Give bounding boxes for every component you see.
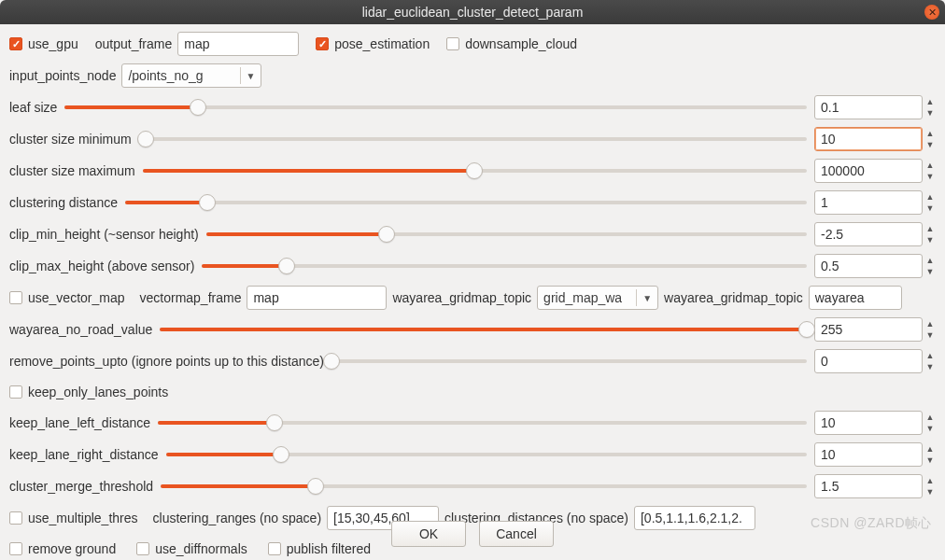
input-remove_points_upto[interactable]	[814, 349, 923, 373]
input-clip_max_height[interactable]	[814, 254, 923, 278]
slider-clip_max_height[interactable]	[202, 257, 807, 275]
ok-button[interactable]: OK	[391, 521, 466, 547]
step-up-icon[interactable]: ▲	[924, 412, 936, 423]
dialog-footer: OK Cancel	[0, 521, 945, 547]
slider-leaf_size[interactable]	[64, 98, 807, 117]
input-keep_lane_right_distance[interactable]	[814, 442, 923, 467]
step-down-icon[interactable]: ▼	[924, 455, 936, 466]
label-pose-estimation: pose_estimation	[334, 36, 430, 51]
slider-remove_points_upto[interactable]	[331, 352, 807, 371]
step-up-icon[interactable]: ▲	[924, 255, 936, 266]
checkbox-use-gpu[interactable]	[9, 37, 22, 50]
step-up-icon[interactable]: ▲	[924, 475, 936, 486]
input-vectormap-frame[interactable]	[247, 286, 387, 310]
label-vectormap-frame: vectormap_frame	[140, 290, 242, 305]
input-clip_min_height[interactable]	[814, 222, 923, 246]
label-use-gpu: use_gpu	[28, 36, 78, 51]
spinbox-wayarea_no_road_value: ▲ ▼	[814, 317, 936, 342]
label-remove_points_upto: remove_points_upto (ignore points up to …	[9, 354, 324, 369]
slider-row-leaf_size: leaf size ▲ ▼	[9, 95, 936, 119]
dropdown-wayarea-gridmap-topic[interactable]: grid_map_wa ▼	[537, 286, 658, 310]
slider-row-wayarea_no_road_value: wayarea_no_road_value ▲ ▼	[9, 317, 936, 342]
step-up-icon[interactable]: ▲	[924, 443, 936, 455]
step-up-icon[interactable]: ▲	[924, 191, 936, 203]
step-up-icon[interactable]: ▲	[924, 318, 936, 329]
step-down-icon[interactable]: ▼	[924, 486, 936, 497]
checkbox-keep-only-lanes[interactable]	[9, 385, 22, 399]
slider-cluster_merge_threshold[interactable]	[161, 477, 807, 496]
label-clip_max_height: clip_max_height (above sensor)	[9, 259, 194, 273]
slider-keep_lane_right_distance[interactable]	[166, 445, 807, 464]
input-clustering_distance[interactable]	[814, 190, 923, 215]
input-cluster_size_minimum[interactable]	[814, 127, 923, 151]
spinbox-remove_points_upto: ▲ ▼	[814, 349, 936, 373]
slider-row-clustering_distance: clustering distance ▲ ▼	[9, 190, 936, 215]
slider-cluster_size_maximum[interactable]	[143, 161, 807, 180]
row-input-points: input_points_node /points_no_g ▼	[9, 63, 936, 88]
input-wayarea-gridmap-topic2[interactable]	[809, 286, 902, 310]
chevron-down-icon[interactable]: ▼	[637, 293, 657, 303]
spinbox-clip_max_height: ▲ ▼	[814, 254, 936, 278]
input-wayarea_no_road_value[interactable]	[814, 317, 923, 342]
slider-clustering_distance[interactable]	[125, 193, 807, 212]
label-wayarea-gridmap-topic2: wayarea_gridmap_topic	[664, 290, 803, 305]
step-up-icon[interactable]: ▲	[924, 350, 936, 361]
spinbox-cluster_size_minimum: ▲ ▼	[814, 127, 936, 151]
label-wayarea_no_road_value: wayarea_no_road_value	[9, 322, 152, 337]
dd-text: /points_no_g	[122, 66, 239, 85]
step-up-icon[interactable]: ▲	[924, 128, 936, 139]
step-down-icon[interactable]: ▼	[924, 139, 936, 150]
input-cluster_size_maximum[interactable]	[814, 159, 923, 183]
label-use-vector-map: use_vector_map	[28, 290, 125, 305]
spinbox-leaf_size: ▲ ▼	[814, 95, 936, 119]
row-vector-map: use_vector_map vectormap_frame wayarea_g…	[9, 286, 936, 310]
spinbox-cluster_merge_threshold: ▲ ▼	[814, 474, 936, 498]
slider-keep_lane_left_distance[interactable]	[158, 413, 807, 432]
close-icon[interactable]: ✕	[924, 5, 939, 20]
input-leaf_size[interactable]	[814, 95, 923, 119]
slider-cluster_size_minimum[interactable]	[139, 130, 807, 148]
label-input-points-node: input_points_node	[9, 68, 116, 83]
slider-clip_min_height[interactable]	[206, 225, 807, 244]
step-up-icon[interactable]: ▲	[924, 160, 936, 171]
input-cluster_merge_threshold[interactable]	[814, 474, 923, 498]
step-up-icon[interactable]: ▲	[924, 96, 936, 107]
input-keep_lane_left_distance[interactable]	[814, 411, 923, 435]
label-keep_lane_left_distance: keep_lane_left_distance	[9, 415, 150, 430]
checkbox-downsample-cloud[interactable]	[446, 37, 459, 50]
step-down-icon[interactable]: ▼	[924, 107, 936, 119]
dialog-content: use_gpu output_frame pose_estimation dow…	[0, 24, 945, 560]
spinbox-keep_lane_left_distance: ▲ ▼	[814, 411, 936, 435]
slider-row-cluster_size_minimum: cluster size minimum ▲ ▼	[9, 127, 936, 151]
dropdown-input-points-node[interactable]: /points_no_g ▼	[121, 63, 261, 88]
label-output-frame: output_frame	[95, 36, 173, 51]
checkbox-pose-estimation[interactable]	[316, 37, 329, 50]
label-cluster_merge_threshold: cluster_merge_threshold	[9, 479, 153, 494]
label-clip_min_height: clip_min_height (~sensor height)	[9, 227, 199, 242]
chevron-down-icon[interactable]: ▼	[241, 71, 261, 81]
window-title: lidar_euclidean_cluster_detect_param	[362, 5, 584, 20]
label-keep_lane_right_distance: keep_lane_right_distance	[9, 447, 159, 462]
step-down-icon[interactable]: ▼	[924, 329, 936, 341]
step-down-icon[interactable]: ▼	[924, 171, 936, 182]
spinbox-clustering_distance: ▲ ▼	[814, 190, 936, 215]
cancel-button[interactable]: Cancel	[479, 521, 554, 547]
slider-row-keep_lane_right_distance: keep_lane_right_distance ▲ ▼	[9, 442, 936, 467]
label-downsample-cloud: downsample_cloud	[465, 36, 577, 51]
label-clustering_distance: clustering distance	[9, 195, 118, 210]
label-cluster_size_minimum: cluster size minimum	[9, 132, 132, 147]
step-down-icon[interactable]: ▼	[924, 423, 936, 434]
checkbox-use-vector-map[interactable]	[9, 291, 22, 304]
input-output-frame[interactable]	[177, 32, 299, 56]
spinbox-keep_lane_right_distance: ▲ ▼	[814, 442, 936, 467]
slider-wayarea_no_road_value[interactable]	[160, 320, 807, 339]
step-up-icon[interactable]: ▲	[924, 223, 936, 234]
step-down-icon[interactable]: ▼	[924, 266, 936, 277]
step-down-icon[interactable]: ▼	[924, 234, 936, 245]
step-down-icon[interactable]: ▼	[924, 361, 936, 372]
titlebar: lidar_euclidean_cluster_detect_param ✕	[0, 0, 945, 24]
step-down-icon[interactable]: ▼	[924, 203, 936, 214]
label-leaf_size: leaf size	[9, 100, 57, 115]
slider-row-keep_lane_left_distance: keep_lane_left_distance ▲ ▼	[9, 411, 936, 435]
slider-row-cluster_size_maximum: cluster size maximum ▲ ▼	[9, 159, 936, 183]
